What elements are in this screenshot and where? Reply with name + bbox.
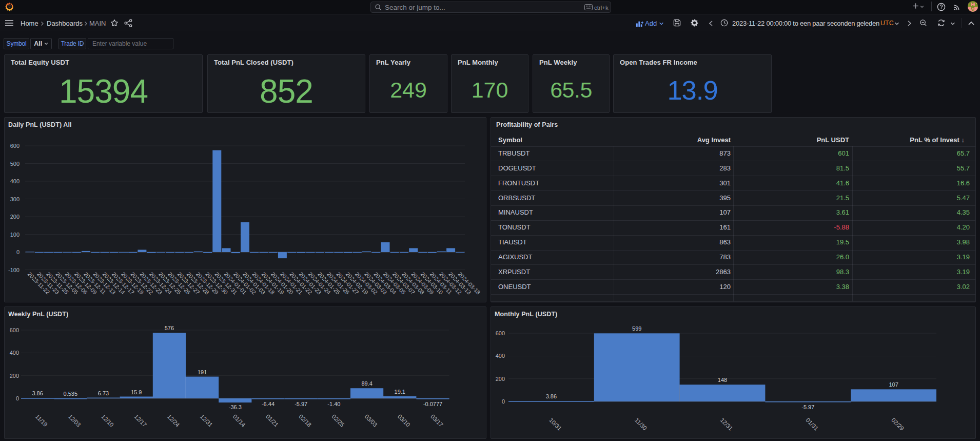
svg-text:11/30: 11/30	[634, 417, 648, 431]
svg-text:200: 200	[10, 214, 19, 220]
svg-text:12/31: 12/31	[199, 413, 214, 428]
svg-text:-6.44: -6.44	[262, 401, 275, 407]
svg-text:-5.97: -5.97	[801, 404, 814, 410]
svg-text:191: 191	[198, 369, 207, 375]
svg-text:10/31: 10/31	[548, 417, 563, 432]
svg-text:0: 0	[16, 395, 19, 401]
svg-text:01/14: 01/14	[232, 413, 247, 428]
svg-text:200: 200	[10, 373, 19, 379]
svg-text:11/19: 11/19	[34, 413, 49, 428]
svg-text:500: 500	[10, 161, 19, 167]
svg-text:600: 600	[10, 327, 19, 333]
svg-text:03/10: 03/10	[397, 413, 411, 428]
svg-text:-0.0777: -0.0777	[423, 401, 442, 407]
svg-text:15.9: 15.9	[131, 389, 142, 395]
svg-text:01/21: 01/21	[265, 413, 280, 428]
svg-text:576: 576	[165, 325, 174, 331]
svg-text:02/18: 02/18	[298, 413, 312, 428]
svg-text:3.86: 3.86	[546, 393, 557, 399]
svg-text:0.535: 0.535	[64, 391, 78, 397]
svg-text:0: 0	[16, 249, 19, 255]
svg-text:400: 400	[10, 178, 19, 184]
svg-text:-100: -100	[8, 267, 19, 273]
svg-text:02/25: 02/25	[330, 413, 345, 428]
svg-text:12/17: 12/17	[133, 413, 148, 428]
svg-text:200: 200	[496, 376, 505, 382]
svg-text:600: 600	[496, 330, 505, 336]
svg-text:03/17: 03/17	[429, 413, 444, 428]
svg-text:12/03: 12/03	[67, 413, 82, 428]
svg-text:148: 148	[718, 377, 727, 383]
svg-text:-36.3: -36.3	[229, 404, 242, 410]
svg-text:300: 300	[10, 196, 19, 202]
svg-text:12/10: 12/10	[100, 413, 115, 428]
svg-text:400: 400	[496, 353, 505, 359]
svg-text:600: 600	[10, 143, 19, 149]
svg-text:12/24: 12/24	[166, 413, 181, 428]
svg-text:0: 0	[502, 398, 505, 405]
svg-text:3.86: 3.86	[32, 390, 43, 396]
svg-text:107: 107	[889, 381, 898, 388]
svg-text:6.73: 6.73	[98, 390, 109, 396]
svg-text:89.4: 89.4	[361, 380, 372, 387]
svg-text:12/31: 12/31	[719, 417, 734, 432]
svg-text:599: 599	[632, 325, 641, 332]
svg-text:-5.97: -5.97	[295, 401, 307, 407]
svg-text:03/03: 03/03	[364, 413, 379, 428]
svg-text:02/29: 02/29	[890, 417, 905, 432]
svg-text:100: 100	[10, 232, 19, 238]
svg-text:400: 400	[10, 350, 19, 356]
svg-text:19.1: 19.1	[395, 389, 405, 395]
svg-text:01/31: 01/31	[805, 417, 819, 432]
svg-text:-1.40: -1.40	[327, 401, 340, 407]
